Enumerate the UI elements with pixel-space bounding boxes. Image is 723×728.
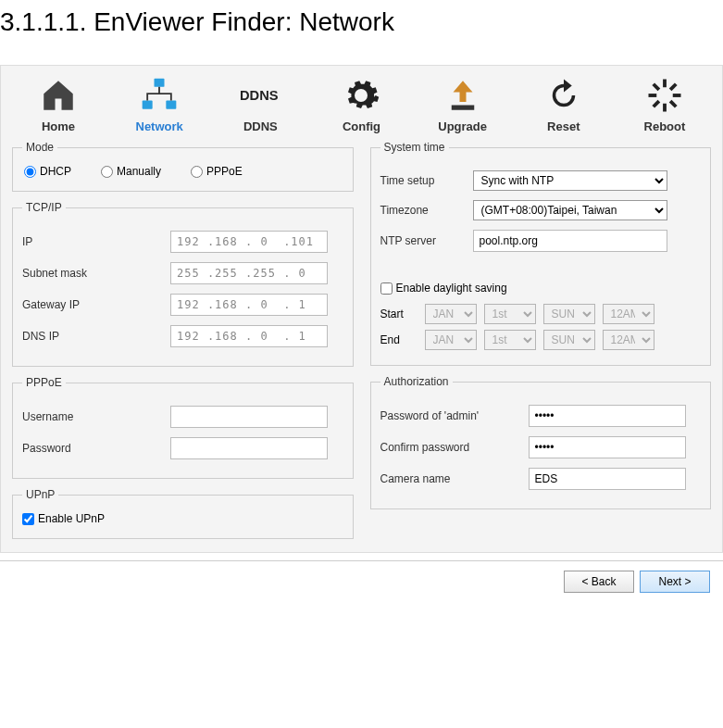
pppoe-user-input[interactable] (170, 406, 328, 428)
toolbar-label: Reboot (644, 119, 686, 133)
mode-pppoe-radio[interactable] (191, 166, 203, 178)
ntp-input[interactable] (473, 230, 667, 252)
confirm-pwd-input[interactable] (529, 436, 686, 458)
dst-end-hour[interactable]: 12AM (603, 330, 654, 350)
gateway-input[interactable] (170, 294, 328, 316)
ip-label: IP (22, 235, 170, 248)
confirm-pwd-label: Confirm password (380, 441, 529, 454)
timezone-select[interactable]: (GMT+08:00)Taipei, Taiwan (473, 200, 667, 220)
dst-label: Enable daylight saving (396, 282, 507, 295)
dst-start-label: Start (380, 308, 418, 320)
toolbar-config[interactable]: Config (324, 75, 398, 133)
systime-fieldset: System time Time setupSync with NTP Time… (370, 141, 712, 366)
upnp-fieldset: UPnP Enable UPnP (12, 488, 354, 539)
auth-fieldset: Authorization Password of 'admin' Confir… (370, 375, 712, 509)
toolbar-label: Home (42, 119, 75, 133)
dst-end-label: End (380, 333, 418, 346)
dst-checkbox[interactable] (380, 282, 393, 295)
dst-start-day[interactable]: 1st (484, 304, 536, 324)
subnet-label: Subnet mask (22, 267, 170, 280)
dst-start-hour[interactable]: 12AM (603, 304, 654, 324)
auth-legend: Authorization (380, 375, 453, 388)
mode-dhcp-label: DHCP (40, 165, 71, 178)
dst-end-month[interactable]: JAN (425, 330, 477, 350)
mode-manual-radio[interactable] (101, 166, 113, 178)
svg-rect-4 (451, 106, 474, 110)
mode-pppoe-label: PPPoE (206, 165, 243, 178)
mode-dhcp-radio[interactable] (24, 166, 36, 178)
svg-rect-2 (166, 101, 176, 109)
dst-end-day[interactable]: 1st (484, 330, 536, 350)
timesetup-select[interactable]: Sync with NTP (473, 170, 667, 191)
config-panel: Home Network DDNS DDNS Config Upgrade (0, 65, 723, 553)
pppoe-pass-input[interactable] (170, 437, 328, 459)
toolbar-label: DDNS (243, 119, 278, 133)
svg-line-9 (654, 84, 659, 90)
gear-icon (341, 75, 381, 116)
toolbar-label: Network (136, 119, 183, 133)
home-icon (38, 75, 79, 116)
toolbar-home[interactable]: Home (21, 75, 95, 133)
toolbar-label: Config (343, 119, 380, 133)
upnp-checkbox[interactable] (22, 513, 34, 525)
svg-line-12 (670, 84, 676, 90)
mode-legend: Mode (22, 141, 57, 154)
network-icon (139, 75, 180, 116)
svg-rect-1 (143, 101, 153, 109)
upnp-legend: UPnP (22, 488, 58, 501)
timesetup-label: Time setup (380, 174, 473, 187)
admin-pwd-input[interactable] (529, 405, 686, 427)
dns-input[interactable] (170, 325, 328, 347)
timezone-label: Timezone (380, 204, 473, 217)
toolbar-network[interactable]: Network (122, 75, 196, 133)
dns-label: DNS IP (22, 330, 170, 343)
toolbar: Home Network DDNS DDNS Config Upgrade (12, 75, 711, 133)
camera-name-label: Camera name (380, 472, 529, 485)
subnet-input[interactable] (170, 262, 328, 284)
toolbar-label: Reset (547, 119, 580, 133)
toolbar-upgrade[interactable]: Upgrade (426, 75, 500, 133)
toolbar-label: Upgrade (438, 119, 487, 133)
upgrade-icon (443, 75, 483, 116)
upnp-label: Enable UPnP (38, 512, 105, 525)
reset-icon (543, 75, 584, 116)
systime-legend: System time (380, 141, 449, 154)
pppoe-user-label: Username (22, 410, 170, 423)
svg-text:DDNS: DDNS (240, 88, 279, 103)
gateway-label: Gateway IP (22, 298, 170, 311)
toolbar-reset[interactable]: Reset (527, 75, 601, 133)
dst-start-month[interactable]: JAN (425, 304, 477, 324)
mode-manual-label: Manually (117, 165, 161, 178)
right-column: System time Time setupSync with NTP Time… (370, 141, 712, 548)
ddns-icon: DDNS (240, 75, 280, 116)
svg-rect-0 (155, 79, 165, 87)
page-heading: 3.1.1.1. EnViewer Finder: Network (0, 0, 723, 65)
back-button[interactable]: < Back (564, 571, 634, 593)
mode-manual[interactable]: Manually (101, 165, 161, 178)
toolbar-ddns[interactable]: DDNS DDNS (223, 75, 297, 133)
tcpip-legend: TCP/IP (22, 201, 66, 214)
camera-name-input[interactable] (529, 468, 686, 490)
pppoe-fieldset: PPPoE Username Password (12, 376, 354, 479)
mode-pppoe[interactable]: PPPoE (191, 165, 243, 178)
pppoe-pass-label: Password (22, 442, 170, 455)
admin-pwd-label: Password of 'admin' (380, 409, 529, 422)
next-button[interactable]: Next > (640, 571, 710, 593)
ip-input[interactable] (170, 231, 328, 253)
pppoe-legend: PPPoE (22, 376, 66, 389)
dst-start-week[interactable]: SUN (543, 304, 595, 324)
dst-end-week[interactable]: SUN (543, 330, 595, 350)
mode-dhcp[interactable]: DHCP (24, 165, 71, 178)
svg-line-10 (670, 101, 676, 107)
ntp-label: NTP server (380, 234, 473, 247)
mode-fieldset: Mode DHCP Manually PPPoE (12, 141, 354, 192)
reboot-icon (644, 75, 685, 116)
svg-line-11 (654, 101, 659, 107)
wizard-footer: < Back Next > (0, 560, 723, 602)
toolbar-reboot[interactable]: Reboot (628, 75, 702, 133)
left-column: Mode DHCP Manually PPPoE TCP/IP IP Subne… (12, 141, 354, 548)
tcpip-fieldset: TCP/IP IP Subnet mask Gateway IP DNS IP (12, 201, 354, 367)
